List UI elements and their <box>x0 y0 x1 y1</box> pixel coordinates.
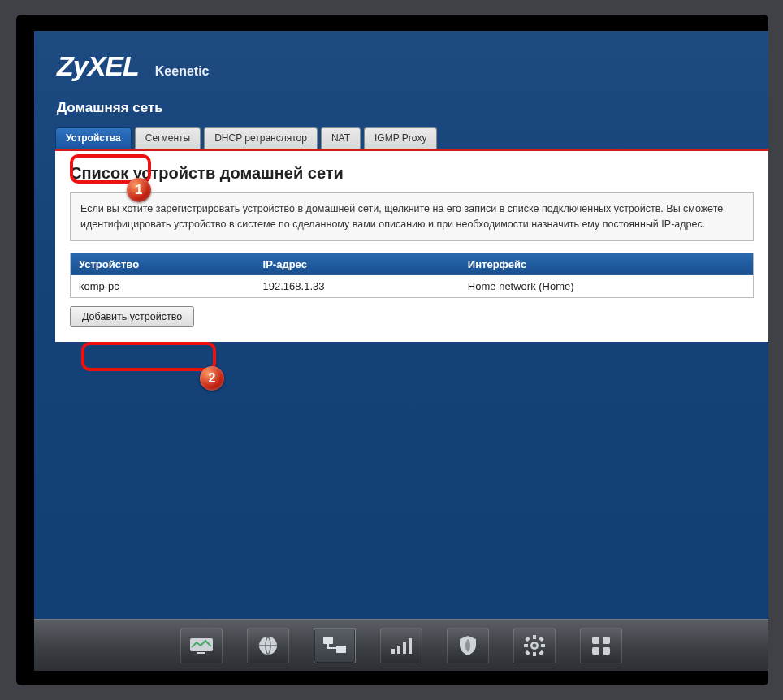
svg-rect-5 <box>392 649 395 654</box>
svg-rect-1 <box>197 652 205 654</box>
svg-rect-7 <box>403 642 406 654</box>
th-device: Устройство <box>71 253 255 275</box>
tab-devices[interactable]: Устройства <box>55 127 132 149</box>
hint-box: Если вы хотите зарегистрировать устройст… <box>70 192 754 241</box>
tab-nat[interactable]: NAT <box>321 127 361 149</box>
nav-gear-icon[interactable] <box>513 628 556 663</box>
svg-point-18 <box>533 643 537 647</box>
page-title: Домашняя сеть <box>34 87 768 123</box>
nav-network-icon[interactable] <box>314 628 356 663</box>
tab-igmp-proxy[interactable]: IGMP Proxy <box>364 127 437 149</box>
svg-rect-14 <box>525 636 530 641</box>
tab-dhcp-relay[interactable]: DHCP ретранслятор <box>204 127 318 149</box>
svg-rect-15 <box>539 650 543 655</box>
svg-rect-11 <box>533 652 536 656</box>
nav-globe-icon[interactable] <box>247 628 289 663</box>
svg-rect-6 <box>397 646 400 654</box>
tab-segments[interactable]: Сегменты <box>135 127 201 149</box>
cell-iface: Home network (Home) <box>460 275 754 298</box>
add-device-button[interactable]: Добавить устройство <box>70 306 194 327</box>
svg-rect-19 <box>592 637 599 644</box>
bottom-nav <box>34 619 768 671</box>
cell-device: komp-pc <box>71 275 255 298</box>
cell-ip: 192.168.1.33 <box>255 275 460 298</box>
svg-rect-12 <box>524 644 528 647</box>
nav-monitor-icon[interactable] <box>180 628 223 663</box>
svg-rect-8 <box>409 638 412 654</box>
nav-shield-icon[interactable] <box>447 628 489 663</box>
section-heading: Список устройств домашней сети <box>70 164 754 183</box>
svg-rect-16 <box>539 636 543 641</box>
brand-product: Keenetic <box>155 64 210 79</box>
table-row[interactable]: komp-pc 192.168.1.33 Home network (Home) <box>71 275 754 298</box>
svg-rect-4 <box>336 646 346 653</box>
brand-logo: ZyXEL <box>57 50 139 82</box>
svg-rect-17 <box>525 650 530 655</box>
svg-rect-10 <box>533 635 536 639</box>
th-iface: Интерфейс <box>460 253 754 275</box>
svg-rect-20 <box>603 637 610 644</box>
devices-table: Устройство IP-адрес Интерфейс komp-pc 19… <box>70 253 754 298</box>
svg-rect-21 <box>592 647 599 655</box>
content-area: Список устройств домашней сети Если вы х… <box>55 149 768 342</box>
svg-rect-13 <box>541 644 545 647</box>
nav-wifi-icon[interactable] <box>380 628 422 663</box>
svg-rect-22 <box>603 647 610 655</box>
tab-bar: Устройства Сегменты DHCP ретранслятор NA… <box>55 127 768 149</box>
nav-apps-icon[interactable] <box>580 628 622 663</box>
svg-rect-3 <box>323 637 333 644</box>
th-ip: IP-адрес <box>255 253 460 275</box>
brand-row: ZyXEL Keenetic <box>34 31 768 87</box>
